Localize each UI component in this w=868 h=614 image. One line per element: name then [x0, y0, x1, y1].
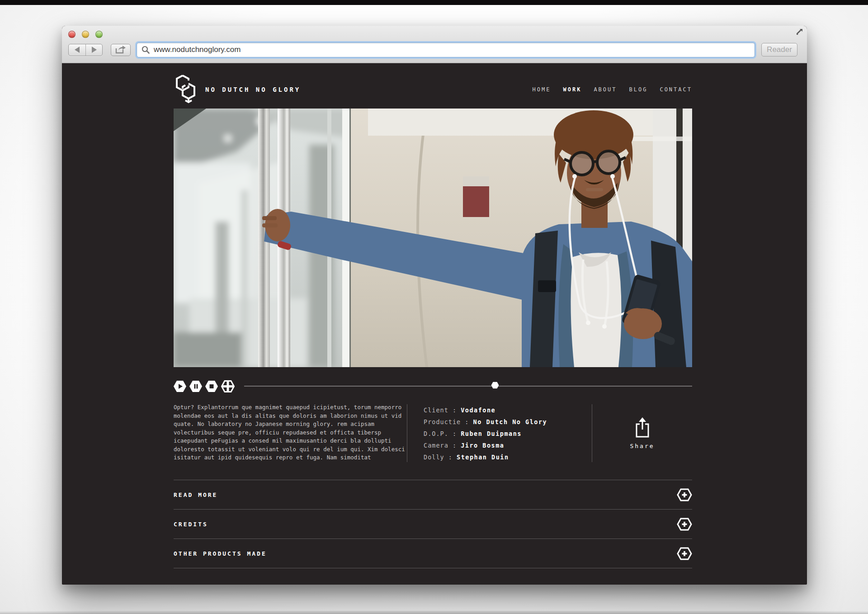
hero-video-still	[174, 109, 692, 367]
hexagon-dot-icon	[491, 382, 499, 389]
history-nav-group	[68, 44, 103, 56]
screenshot-stage: Reader NO DUTCH NO GLORY	[0, 0, 868, 614]
credit-row-dop: D.O.P. : Ruben Duipmans	[424, 428, 592, 439]
hexagon-plus-icon[interactable]	[677, 518, 692, 531]
info-row: Optur? Explantorrum que magnimet quaepud…	[174, 403, 692, 463]
minimize-window-button[interactable]	[82, 31, 89, 38]
browser-toolbar: Reader	[62, 26, 807, 63]
hexagon-pause-icon	[189, 381, 202, 392]
brand-title: NO DUTCH NO GLORY	[205, 86, 301, 93]
screen-top-strip	[0, 0, 868, 5]
share-window-icon	[115, 46, 126, 54]
nav-item-about[interactable]: ABOUT	[594, 86, 617, 93]
zoom-window-button[interactable]	[95, 31, 103, 38]
browser-window: Reader NO DUTCH NO GLORY	[62, 26, 807, 585]
url-input[interactable]	[154, 45, 750, 54]
credit-row-productie: Productie : No Dutch No Glory	[424, 416, 592, 428]
forward-button[interactable]	[85, 44, 102, 56]
screen-bottom-strip	[0, 611, 868, 614]
hexagon-stop-icon	[205, 381, 218, 392]
accordion: READ MORE CREDITS	[174, 480, 692, 568]
nav-item-work[interactable]: WORK	[563, 86, 581, 93]
pause-button[interactable]	[189, 381, 202, 392]
reader-button[interactable]: Reader	[761, 43, 797, 57]
window-controls	[68, 31, 103, 38]
share-icon	[634, 417, 651, 438]
main-nav: HOME WORK ABOUT BLOG CONTACT	[533, 86, 692, 93]
hexagon-plus-icon[interactable]	[677, 488, 692, 501]
back-button[interactable]	[69, 44, 85, 56]
site-logo[interactable]: NO DUTCH NO GLORY	[174, 74, 301, 105]
fullscreen-corner-icon[interactable]	[795, 28, 803, 36]
nav-item-blog[interactable]: BLOG	[629, 86, 648, 93]
share-label: Share	[630, 443, 654, 449]
section-read-more[interactable]: READ MORE	[174, 480, 692, 509]
progress-scrubber[interactable]	[491, 382, 499, 391]
back-arrow-icon	[75, 47, 80, 53]
credit-row-dolly: Dolly : Stephan Duin	[424, 451, 592, 463]
hexagon-plus-icon[interactable]	[677, 547, 692, 560]
fullscreen-button[interactable]	[221, 380, 235, 392]
section-credits[interactable]: CREDITS	[174, 509, 692, 538]
double-hexagon-logo-icon	[174, 74, 198, 105]
stop-button[interactable]	[205, 381, 218, 392]
forward-arrow-icon	[92, 47, 97, 53]
nav-item-home[interactable]: HOME	[533, 86, 551, 93]
video-player-controls	[174, 380, 692, 392]
address-bar[interactable]	[137, 43, 755, 57]
hexagon-cross-icon	[221, 380, 235, 392]
play-button[interactable]	[174, 381, 186, 392]
progress-bar[interactable]	[244, 386, 692, 387]
credits-list: Client : Vodafone Productie : No Dutch N…	[407, 403, 592, 463]
magnifier-icon	[142, 46, 150, 54]
section-other-products[interactable]: OTHER PRODUCTS MADE	[174, 538, 692, 568]
close-window-button[interactable]	[68, 31, 75, 38]
credit-row-client: Client : Vodafone	[424, 404, 592, 416]
page-content: NO DUTCH NO GLORY HOME WORK ABOUT BLOG C…	[62, 63, 807, 584]
hexagon-play-icon	[174, 381, 186, 392]
nav-item-contact[interactable]: CONTACT	[660, 86, 692, 93]
share-button[interactable]: Share	[592, 403, 692, 463]
toolbar-share-button[interactable]	[111, 44, 131, 56]
credit-row-camera: Camera : Jiro Bosma	[424, 439, 592, 451]
site-header: NO DUTCH NO GLORY HOME WORK ABOUT BLOG C…	[174, 63, 692, 109]
project-description: Optur? Explantorrum que magnimet quaepud…	[174, 403, 407, 463]
